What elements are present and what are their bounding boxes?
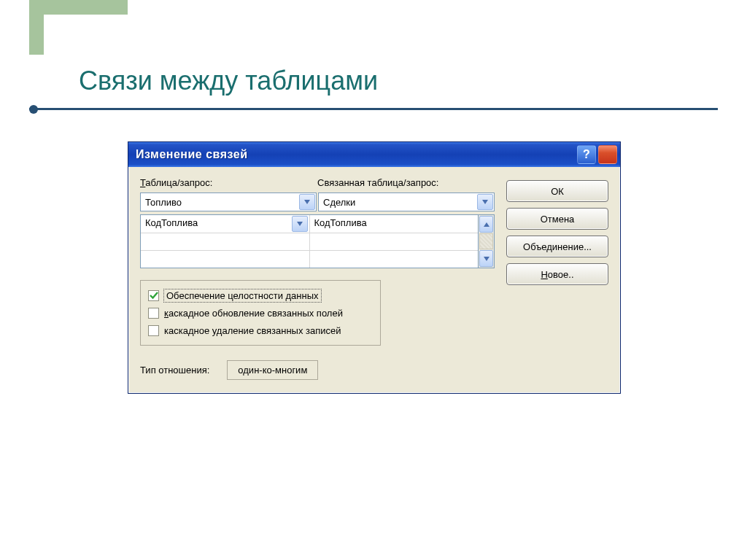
table-row[interactable]	[141, 250, 478, 268]
combo-left-table[interactable]: Топливо	[140, 192, 317, 211]
checkbox-integrity[interactable]	[148, 290, 159, 301]
grid-cell-left[interactable]	[141, 251, 310, 268]
chevron-down-icon	[297, 222, 303, 226]
field-mapping-grid[interactable]: КодТоплива КодТоплива	[140, 214, 479, 268]
label-cascade-delete: каскадное удаление связанных записей	[164, 325, 341, 336]
grid-cell-right[interactable]: КодТоплива	[310, 215, 479, 233]
combo-right-table-value: Сделки	[323, 197, 477, 208]
label-relation-type: Тип отношения:	[140, 365, 209, 376]
table-row[interactable]	[141, 233, 478, 250]
chevron-down-icon	[484, 257, 489, 261]
integrity-options-group: Обеспечение целостности данных каскадное…	[140, 280, 381, 346]
new-button[interactable]: Новое..	[506, 263, 608, 285]
close-button[interactable]	[598, 145, 617, 164]
combo-right-table[interactable]: Сделки	[318, 192, 495, 211]
grid-cell-right[interactable]	[310, 233, 479, 250]
scroll-up-button[interactable]	[479, 216, 493, 233]
combo-right-dropdown-button[interactable]	[477, 194, 493, 210]
ok-button[interactable]: ОК	[506, 180, 608, 202]
label-integrity: Обеспечение целостности данных	[164, 289, 321, 302]
checkbox-cascade-update[interactable]	[148, 308, 159, 319]
table-row[interactable]: КодТоплива КодТоплива	[141, 215, 478, 233]
scroll-track[interactable]	[479, 233, 493, 249]
title-rule	[29, 108, 718, 110]
label-cascade-update: каскадное обновление связанных полей	[164, 308, 343, 319]
label-table-query: Таблица/запрос:	[140, 177, 317, 188]
join-button[interactable]: Объединение...	[506, 236, 608, 257]
slide-title: Связи между таблицами	[79, 66, 378, 96]
slide-corner-decoration	[0, 0, 128, 55]
checkmark-icon	[150, 291, 158, 300]
grid-cell-right[interactable]	[310, 251, 479, 268]
chevron-down-icon	[482, 200, 488, 204]
combo-left-table-value: Топливо	[145, 197, 299, 208]
scroll-down-button[interactable]	[479, 250, 493, 267]
chevron-up-icon	[484, 222, 489, 227]
titlebar-text: Изменение связей	[136, 148, 577, 161]
help-icon: ?	[583, 148, 590, 161]
help-button[interactable]: ?	[577, 145, 596, 164]
cell-value: КодТоплива	[314, 217, 367, 228]
grid-scrollbar[interactable]	[479, 214, 495, 268]
relation-type-value: один-ко-многим	[227, 360, 318, 380]
grid-cell-left[interactable]: КодТоплива	[141, 215, 310, 233]
label-related-table-query: Связанная таблица/запрос:	[317, 177, 495, 188]
chevron-down-icon	[304, 200, 310, 204]
grid-cell-dropdown-button[interactable]	[292, 216, 308, 232]
cancel-button[interactable]: Отмена	[506, 208, 608, 230]
grid-cell-left[interactable]	[141, 233, 310, 250]
checkbox-cascade-delete[interactable]	[148, 325, 159, 336]
cell-value: КодТоплива	[145, 217, 198, 228]
combo-left-dropdown-button[interactable]	[299, 194, 315, 210]
titlebar[interactable]: Изменение связей ?	[128, 142, 620, 167]
edit-relationships-dialog: Изменение связей ? Таблица/запрос: Связа…	[128, 141, 621, 394]
